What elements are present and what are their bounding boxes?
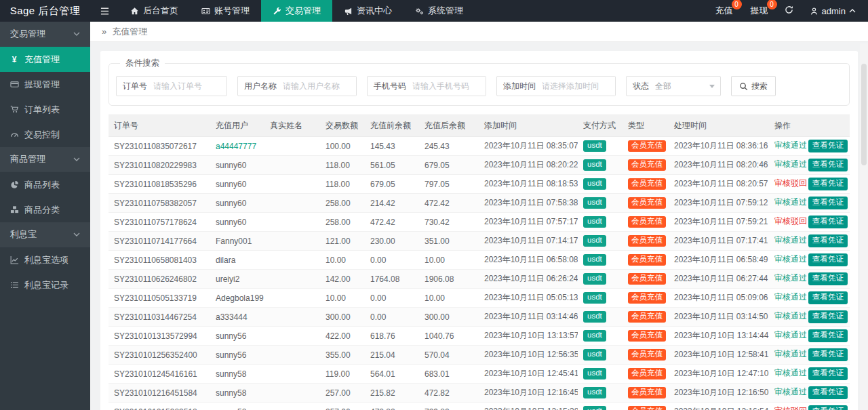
view-voucher-button[interactable]: 查看凭证: [808, 291, 848, 304]
cell-order: SY2310110505133719: [108, 289, 210, 308]
order-number: SY2310110714177664: [114, 237, 197, 246]
processed-time: 2023年10月10日 12:58:41: [674, 350, 768, 359]
filter-field-label: 手机号码: [368, 77, 412, 96]
view-voucher-button[interactable]: 查看凭证: [808, 234, 848, 247]
cell-amount: 258.00: [320, 194, 365, 213]
search-button[interactable]: 搜索: [731, 76, 776, 96]
scrollbar-track[interactable]: [860, 43, 868, 410]
view-voucher-button[interactable]: 查看凭证: [808, 329, 848, 342]
view-voucher-button[interactable]: 查看凭证: [808, 197, 848, 209]
type-badge: 会员充值: [628, 140, 666, 152]
nav-item[interactable]: 资讯中心: [332, 0, 403, 22]
chevron-down-icon: [73, 30, 80, 37]
content: 条件搜索 订单号用户名称手机号码添加时间状态全部 搜索 订单号充值用户真实姓名交…: [90, 42, 868, 410]
sidebar-item[interactable]: 商品列表: [0, 172, 90, 197]
sidebar-group-header[interactable]: 利息宝: [0, 222, 90, 247]
balance-before: 230.00: [370, 237, 395, 246]
audit-status: 审核通过: [774, 254, 807, 264]
view-voucher-button[interactable]: 查看凭证: [808, 386, 848, 399]
filter-input[interactable]: [542, 77, 615, 96]
audit-status: 审核通过: [774, 197, 807, 207]
sidebar-item[interactable]: 利息宝记录: [0, 272, 90, 298]
cell-actions: 审核通过查看凭证: [769, 365, 850, 384]
status-select[interactable]: 全部: [655, 77, 720, 96]
sidebar-item[interactable]: 交易控制: [0, 122, 90, 147]
cell-real-name: [264, 308, 320, 327]
view-voucher-button[interactable]: 查看凭证: [808, 348, 848, 361]
sidebar-item[interactable]: 订单列表: [0, 97, 90, 122]
cell-order: SY2310110714177664: [108, 232, 210, 251]
cart-icon: [9, 105, 19, 114]
scrollbar-thumb[interactable]: [861, 64, 867, 165]
cell-pay: usdt: [578, 384, 623, 403]
sidebar-group-header[interactable]: 交易管理: [0, 22, 90, 47]
view-voucher-button[interactable]: 查看凭证: [808, 272, 848, 285]
type-badge: 会员充值: [628, 254, 666, 266]
quick-link[interactable]: 充值0: [715, 5, 733, 17]
sidebar-item[interactable]: ¥充值管理: [0, 47, 90, 72]
type-badge: 会员充值: [628, 406, 666, 410]
cell-order: SY2310110758382057: [108, 194, 210, 213]
cell-processed: 2023年10月11日 06:27:44: [669, 270, 769, 289]
sidebar: 交易管理¥充值管理提现管理订单列表交易控制商品管理商品列表商品分类利息宝利息宝选…: [0, 22, 90, 410]
filter-input[interactable]: [283, 77, 356, 96]
cell-pay: usdt: [578, 308, 623, 327]
cell-after: 1040.76: [419, 327, 479, 346]
sidebar-group-header[interactable]: 商品管理: [0, 147, 90, 172]
view-voucher-button[interactable]: 查看凭证: [808, 140, 848, 152]
filter-input[interactable]: [412, 77, 486, 96]
processed-time: 2023年10月11日 08:36:16: [674, 141, 768, 150]
cell-before: 214.42: [365, 194, 419, 213]
processed-time: 2023年10月11日 08:20:46: [674, 160, 768, 169]
balance-after: 472.42: [425, 199, 450, 208]
view-voucher-button[interactable]: 查看凭证: [808, 405, 848, 410]
cell-after: 472.82: [419, 384, 479, 403]
cell-pay: usdt: [578, 194, 623, 213]
recharge-user[interactable]: a44447777: [216, 142, 256, 151]
recharge-user: sunny60: [216, 161, 246, 170]
balance-after: 683.01: [425, 369, 450, 379]
nav-item[interactable]: 系统管理: [403, 0, 475, 22]
type-badge: 会员充值: [628, 178, 666, 190]
sidebar-group-label: 商品管理: [10, 153, 45, 165]
view-voucher-button[interactable]: 查看凭证: [808, 216, 848, 228]
transaction-amount: 257.00: [326, 388, 351, 398]
nav-item[interactable]: 后台首页: [119, 0, 190, 22]
cell-before: 561.05: [365, 156, 419, 175]
sidebar-item[interactable]: 利息宝选项: [0, 247, 90, 272]
cell-real-name: [264, 137, 320, 156]
audit-status: 审核通过: [774, 311, 807, 321]
cell-added: 2023年10月10日 12:15:38: [479, 403, 578, 410]
sidebar-item[interactable]: 商品分类: [0, 197, 90, 222]
refresh-button[interactable]: [785, 5, 793, 16]
column-header: 真实姓名: [264, 115, 320, 137]
order-number: SY2310110818535296: [114, 180, 197, 189]
user-menu[interactable]: admin: [810, 6, 856, 16]
view-voucher-button[interactable]: 查看凭证: [808, 253, 848, 266]
view-voucher-button[interactable]: 查看凭证: [808, 178, 848, 190]
sidebar-toggle-button[interactable]: [90, 0, 119, 22]
nav-item[interactable]: 账号管理: [190, 0, 261, 22]
breadcrumb-title: 充值管理: [112, 26, 147, 38]
cell-added: 2023年10月11日 03:14:46: [479, 308, 578, 327]
processed-time: 2023年10月11日 06:27:44: [674, 274, 768, 283]
nav-item[interactable]: 交易管理: [261, 0, 332, 22]
cell-added: 2023年10月11日 08:20:22: [479, 156, 578, 175]
view-voucher-button[interactable]: 查看凭证: [808, 310, 848, 323]
id-card-icon: [201, 7, 210, 16]
cell-before: 472.42: [365, 213, 419, 232]
cell-added: 2023年10月10日 13:13:57: [479, 327, 578, 346]
view-voucher-button[interactable]: 查看凭证: [808, 367, 848, 380]
cell-user: a44447777: [210, 137, 264, 156]
audit-status: 审核通过: [774, 292, 807, 302]
filter-input[interactable]: [153, 77, 226, 96]
sidebar-item[interactable]: 提现管理: [0, 72, 90, 97]
quick-link[interactable]: 提现0: [751, 5, 768, 17]
column-header: 添加时间: [479, 115, 578, 137]
notification-badge: 0: [732, 0, 742, 9]
added-time: 2023年10月10日 13:13:57: [484, 331, 578, 340]
cell-real-name: [264, 175, 320, 194]
audit-status: 审核通过: [774, 140, 807, 150]
cell-after: 245.43: [419, 137, 479, 156]
view-voucher-button[interactable]: 查看凭证: [808, 159, 848, 171]
